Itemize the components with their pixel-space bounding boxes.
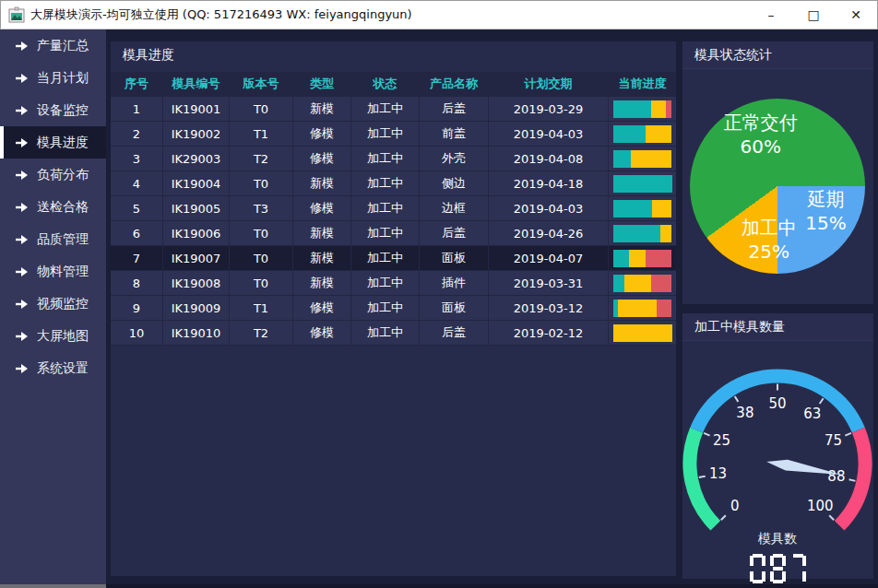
cell-code: IK29003 bbox=[163, 147, 230, 171]
cell-progress bbox=[609, 321, 676, 345]
progress-segment-red bbox=[666, 100, 671, 118]
table-row[interactable]: 8IK19008T0新模加工中插件2019-03-31 bbox=[111, 271, 676, 296]
maximize-button[interactable]: □ bbox=[792, 1, 835, 29]
progress-bar bbox=[613, 250, 672, 267]
progress-bar bbox=[613, 150, 672, 168]
cell-status: 加工中 bbox=[351, 196, 420, 220]
cell-version: T0 bbox=[230, 246, 293, 270]
sidebar-item-big-screen-map[interactable]: 大屏地图 bbox=[0, 320, 106, 352]
cell-product: 侧边 bbox=[420, 171, 489, 195]
cell-version: T3 bbox=[230, 196, 293, 220]
cell-progress bbox=[609, 296, 676, 320]
cell-status: 加工中 bbox=[351, 271, 420, 295]
sidebar-item-label: 大屏地图 bbox=[37, 328, 89, 345]
cell-type: 修模 bbox=[293, 296, 351, 320]
progress-segment-teal bbox=[613, 125, 646, 143]
mold-progress-table: 序号模具编号版本号类型状态产品名称计划交期当前进度1IK19001T0新模加工中… bbox=[111, 72, 676, 346]
arrow-right-icon bbox=[15, 299, 29, 310]
progress-segment-teal bbox=[613, 150, 631, 168]
table-row[interactable]: 10IK19010T2修模加工中后盖2019-02-12 bbox=[111, 321, 676, 346]
cell-version: T0 bbox=[230, 97, 293, 121]
slice-percent: 25% bbox=[742, 240, 797, 264]
cell-version: T1 bbox=[230, 122, 293, 146]
table-row[interactable]: 3IK29003T2修模加工中外壳2019-04-08 bbox=[111, 147, 676, 171]
cell-progress bbox=[609, 97, 676, 121]
arrow-right-icon bbox=[15, 234, 29, 245]
slice-name: 延期 bbox=[805, 187, 846, 211]
window-title: 大屏模块演示-均可独立使用 (QQ: 517216493 WX: feiyang… bbox=[30, 6, 412, 23]
cell-status: 加工中 bbox=[351, 296, 420, 320]
pie-slice-label: 加工中 25% bbox=[742, 216, 797, 264]
table-row[interactable]: 5IK19005T3修模加工中边框2019-04-03 bbox=[111, 196, 676, 221]
sidebar-item-inspection-pass[interactable]: 送检合格 bbox=[0, 191, 106, 223]
arrow-right-icon bbox=[15, 331, 29, 342]
table-row[interactable]: 7IK19007T0新模加工中面板2019-04-07 bbox=[111, 246, 676, 271]
cell-due: 2019-03-29 bbox=[489, 97, 609, 121]
progress-segment-red bbox=[657, 300, 671, 317]
cell-type: 新模 bbox=[293, 171, 351, 195]
cell-progress bbox=[609, 271, 676, 295]
sidebar-item-quality-management[interactable]: 品质管理 bbox=[0, 223, 106, 255]
mold-progress-panel: 模具进度 序号模具编号版本号类型状态产品名称计划交期当前进度1IK19001T0… bbox=[111, 41, 676, 576]
cell-seq: 7 bbox=[111, 246, 163, 270]
progress-bar bbox=[613, 275, 672, 292]
progress-bar bbox=[613, 175, 672, 193]
cell-product: 插件 bbox=[420, 271, 489, 295]
sidebar-item-monthly-plan[interactable]: 当月计划 bbox=[0, 62, 106, 94]
table-row[interactable]: 2IK19002T1修模加工中前盖2019-04-03 bbox=[111, 122, 676, 147]
column-header: 类型 bbox=[293, 72, 351, 96]
progress-segment-teal bbox=[613, 175, 672, 193]
cell-code: IK19010 bbox=[163, 321, 230, 345]
cell-progress bbox=[609, 147, 676, 171]
sidebar-item-mold-progress[interactable]: 模具进度 bbox=[0, 126, 106, 159]
sidebar-item-label: 送检合格 bbox=[37, 199, 89, 216]
cell-status: 加工中 bbox=[351, 122, 420, 146]
progress-segment-yellow bbox=[652, 200, 671, 218]
table-row[interactable]: 9IK19009T1修模加工中面板2019-03-12 bbox=[111, 296, 676, 321]
mold-progress-panel-title: 模具进度 bbox=[111, 41, 676, 69]
sidebar-item-label: 视频监控 bbox=[37, 296, 89, 312]
sidebar-item-video-monitor[interactable]: 视频监控 bbox=[0, 288, 106, 320]
sidebar-item-system-settings[interactable]: 系统设置 bbox=[0, 352, 106, 384]
cell-product: 面板 bbox=[420, 246, 489, 270]
cell-status: 加工中 bbox=[351, 321, 420, 345]
cell-version: T1 bbox=[230, 296, 293, 320]
window-bottom-edge bbox=[0, 584, 878, 588]
cell-seq: 4 bbox=[111, 171, 163, 195]
cell-seq: 8 bbox=[111, 271, 163, 295]
progress-segment-yellow bbox=[646, 125, 672, 143]
progress-segment-yellow bbox=[613, 324, 672, 342]
svg-text:13: 13 bbox=[709, 465, 727, 482]
arrow-right-icon bbox=[15, 105, 29, 116]
progress-segment-yellow bbox=[629, 250, 645, 267]
sidebar-item-production-summary[interactable]: 产量汇总 bbox=[0, 29, 106, 62]
cell-status: 加工中 bbox=[351, 246, 420, 270]
cell-product: 边框 bbox=[420, 196, 489, 220]
sidebar-item-label: 当月计划 bbox=[37, 70, 89, 87]
cell-due: 2019-04-08 bbox=[489, 147, 609, 171]
minimize-button[interactable]: – bbox=[750, 1, 792, 29]
progress-bar bbox=[613, 225, 672, 242]
slice-percent: 60% bbox=[724, 135, 798, 159]
cell-product: 后盖 bbox=[420, 97, 489, 121]
table-row[interactable]: 4IK19004T0新模加工中侧边2019-04-18 bbox=[111, 171, 676, 196]
slice-percent: 15% bbox=[805, 211, 846, 235]
table-row[interactable]: 1IK19001T0新模加工中后盖2019-03-29 bbox=[111, 97, 676, 122]
cell-status: 加工中 bbox=[351, 97, 420, 121]
cell-type: 新模 bbox=[293, 97, 351, 121]
sidebar-item-material-management[interactable]: 物料管理 bbox=[0, 255, 106, 288]
mold-status-panel: 模具状态统计 正常交付 60%延期 15%加工中 25% bbox=[682, 41, 873, 304]
cell-product: 前盖 bbox=[420, 122, 489, 146]
progress-segment-teal bbox=[613, 250, 630, 267]
pie-slice-label: 正常交付 60% bbox=[724, 111, 798, 159]
progress-segment-yellow bbox=[631, 150, 672, 168]
cell-type: 修模 bbox=[293, 122, 351, 146]
progress-segment-yellow bbox=[651, 100, 666, 118]
svg-text:88: 88 bbox=[827, 468, 845, 485]
sidebar-item-load-distribution[interactable]: 负荷分布 bbox=[0, 159, 106, 191]
close-button[interactable]: ✕ bbox=[835, 1, 877, 29]
progress-segment-yellow bbox=[618, 300, 658, 317]
table-row[interactable]: 6IK19006T0新模加工中后盖2019-04-26 bbox=[111, 221, 676, 246]
sidebar-item-device-monitor[interactable]: 设备监控 bbox=[0, 94, 106, 126]
processing-count-gauge: 013253850637588100 模具数 bbox=[681, 367, 874, 574]
